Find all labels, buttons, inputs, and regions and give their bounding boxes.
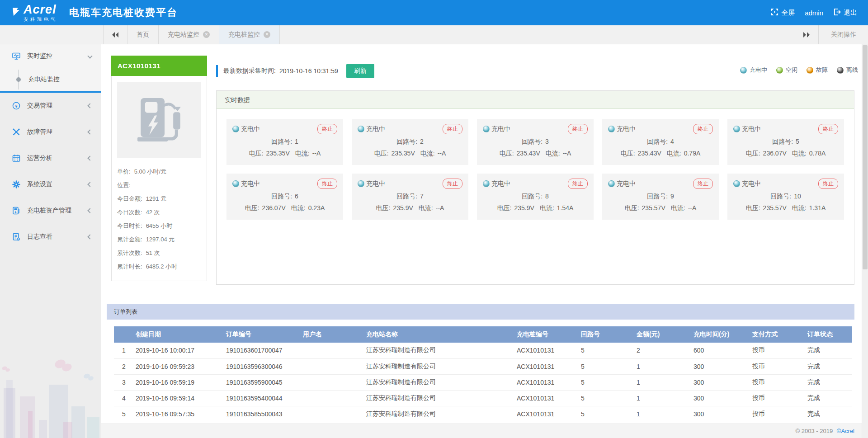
- legend-offline: 离线: [837, 66, 858, 74]
- sidebar-subitem-station-monitor[interactable]: 充电站监控: [0, 68, 101, 91]
- order-row: 42019-10-16 09:59:141910163595400044江苏安科…: [114, 390, 852, 406]
- circuit-number: 回路号:3: [483, 138, 588, 146]
- terminate-button[interactable]: 终止: [693, 124, 713, 134]
- footer: © 2003 - 2019 ©Acrel: [101, 424, 868, 438]
- chevron-left-icon: [87, 155, 92, 160]
- charging-status-icon: [740, 67, 747, 74]
- col-payment-method: 支付方式: [750, 326, 806, 343]
- circuit-number: 回路号:5: [733, 138, 838, 146]
- voltage-current: 电压:235.57V电流:1.31A: [733, 204, 838, 212]
- sidebar-item-realtime-monitor[interactable]: 实时监控: [0, 44, 101, 68]
- terminate-button[interactable]: 终止: [317, 124, 337, 134]
- circuit-card-8: 充电中 终止 回路号:8 电压:235.9V电流:1.54A: [477, 174, 594, 220]
- sidebar-item-label: 系统设置: [27, 180, 52, 188]
- sidebar: 实时监控 充电站监控 ¥ 交易管理 故障管理: [0, 44, 101, 438]
- tabs-scroll-right-button[interactable]: [794, 25, 819, 44]
- circuit-number: 回路号:1: [232, 138, 337, 146]
- tab-bar: 首页 充电站监控 充电桩监控 关闭操作: [0, 25, 868, 44]
- acrel-logo: Acrel 安科瑞电气: [12, 4, 57, 22]
- collect-time-value: 2019-10-16 10:31:59: [279, 67, 338, 75]
- stat-today-duration: 今日时长:6455 小时: [117, 219, 201, 233]
- sidebar-item-faults[interactable]: 故障管理: [0, 119, 101, 145]
- log-icon: [12, 232, 21, 241]
- charging-status-icon: [608, 180, 615, 187]
- terminate-button[interactable]: 终止: [818, 179, 838, 189]
- terminate-button[interactable]: 终止: [317, 179, 337, 189]
- terminate-button[interactable]: 终止: [818, 124, 838, 134]
- terminate-button[interactable]: 终止: [568, 179, 588, 189]
- charging-status-icon: [358, 126, 364, 132]
- tab-home[interactable]: 首页: [127, 25, 159, 44]
- terminate-button[interactable]: 终止: [443, 179, 462, 189]
- tab-close-icon[interactable]: [203, 31, 210, 38]
- close-operations-label: 关闭操作: [831, 31, 856, 39]
- page-title: 电瓶车充电桩收费平台: [69, 6, 178, 19]
- charging-status-icon: [483, 180, 490, 187]
- sidebar-item-system-settings[interactable]: 系统设置: [0, 171, 101, 198]
- tab-close-icon[interactable]: [264, 31, 270, 38]
- voltage-current: 电压:235.57V电流:--A: [608, 204, 713, 212]
- col-charge-minutes: 充电时间(分): [692, 326, 750, 343]
- footer-brand-link[interactable]: ©Acrel: [837, 428, 854, 434]
- sidebar-subitem-label: 充电站监控: [28, 75, 60, 84]
- repair-tools-icon: [12, 127, 21, 137]
- idle-status-icon: [776, 67, 783, 74]
- fullscreen-button[interactable]: 全屏: [771, 8, 795, 17]
- stat-total-duration: 累计时长:6485.2 小时: [117, 260, 201, 273]
- main-content: ACX1010131 单价:5.00 小时/元: [101, 44, 862, 424]
- offline-status-icon: [837, 67, 844, 74]
- close-operations-button[interactable]: 关闭操作: [819, 25, 868, 44]
- tab-pile-monitor[interactable]: 充电桩监控: [219, 25, 280, 44]
- logout-button[interactable]: 退出: [833, 8, 857, 17]
- gear-icon: [12, 180, 21, 189]
- username: admin: [805, 9, 823, 17]
- orders-table: 创建日期 订单编号 用户名 充电站名称 充电桩编号 回路号 金额(元) 充电时间…: [114, 326, 852, 422]
- charging-status-icon: [232, 126, 239, 132]
- col-create-date: 创建日期: [134, 326, 224, 343]
- charging-status-icon: [483, 126, 490, 132]
- col-username: 用户名: [301, 326, 364, 343]
- circuit-card-1: 充电中 终止 回路号:1 电压:235.35V电流:--A: [226, 119, 343, 165]
- charging-pile-icon: [132, 93, 186, 147]
- tab-label: 首页: [137, 31, 149, 39]
- transaction-icon: ¥: [12, 101, 21, 110]
- chevron-left-icon: [87, 182, 92, 187]
- chevron-down-icon: [87, 53, 92, 58]
- circuit-card-10: 充电中 终止 回路号:10 电压:235.57V电流:1.31A: [727, 174, 844, 220]
- sidebar-item-charger-assets[interactable]: 充电桩资产管理: [0, 198, 101, 224]
- col-index: [114, 326, 134, 343]
- stat-location: 位置:: [117, 179, 201, 192]
- vertical-scrollbar[interactable]: [862, 44, 868, 438]
- stat-unit-price: 单价:5.00 小时/元: [117, 165, 201, 179]
- orders-header-row: 创建日期 订单编号 用户名 充电站名称 充电桩编号 回路号 金额(元) 充电时间…: [114, 326, 852, 343]
- terminate-button[interactable]: 终止: [443, 124, 462, 134]
- sidebar-item-transactions[interactable]: ¥ 交易管理: [0, 93, 101, 119]
- legend-fault: 故障: [807, 66, 828, 74]
- legend-charging: 充电中: [740, 66, 767, 74]
- tabs-scroll-left-button[interactable]: [103, 25, 127, 44]
- scrollbar-thumb[interactable]: [863, 45, 868, 269]
- terminate-button[interactable]: 终止: [693, 179, 713, 189]
- tab-label: 充电桩监控: [228, 31, 260, 39]
- voltage-current: 电压:235.35V电流:--A: [358, 150, 462, 158]
- sidebar-item-label: 日志查看: [27, 233, 52, 241]
- stat-total-amount: 累计金额:1297.04 元: [117, 233, 201, 246]
- fullscreen-icon: [771, 8, 778, 17]
- calendar-icon: [12, 154, 21, 163]
- charging-status-icon: [733, 180, 740, 187]
- sidebar-item-operations-analysis[interactable]: 运营分析: [0, 145, 101, 171]
- terminate-button[interactable]: 终止: [568, 124, 588, 134]
- tab-station-monitor[interactable]: 充电站监控: [159, 25, 219, 44]
- brand-name: Acrel: [24, 4, 57, 16]
- user-menu[interactable]: admin: [805, 9, 823, 17]
- refresh-button[interactable]: 刷新: [346, 64, 374, 78]
- tree-node-dot: [16, 77, 21, 82]
- circuit-card-3: 充电中 终止 回路号:3 电压:235.43V电流:--A: [477, 119, 594, 165]
- acrel-logo-icon: [12, 7, 22, 19]
- sidebar-item-log-viewer[interactable]: 日志查看: [0, 224, 101, 250]
- voltage-current: 电压:235.9V电流:1.54A: [483, 204, 588, 212]
- charging-status-icon: [733, 126, 740, 132]
- logout-icon: [833, 8, 841, 17]
- circuit-card-9: 充电中 终止 回路号:9 电压:235.57V电流:--A: [602, 174, 719, 220]
- chevron-left-icon: [87, 103, 92, 108]
